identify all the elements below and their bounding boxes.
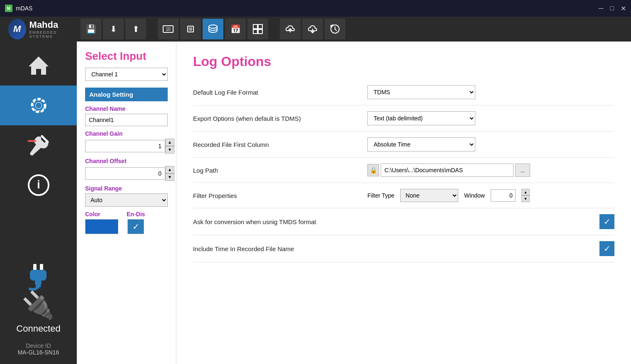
brand-name: Mahda [29,20,75,30]
cloud-download-button[interactable] [302,19,323,39]
log-path-input[interactable] [381,164,514,177]
channel-gain-input[interactable] [85,140,165,152]
export-options-control: Text (tab delimited) CSV Excel [367,111,614,125]
download-button[interactable]: ⬇ [103,19,124,39]
wrench-icon [26,133,51,158]
filter-type-select[interactable]: None Low Pass High Pass Band Pass [400,189,458,202]
window-up[interactable]: ▲ [521,189,530,195]
channel-select[interactable]: Channel 1 Channel 2 Channel 3 [85,68,168,81]
window-controls[interactable]: ─ □ ✕ [599,5,626,12]
endis-checkbox[interactable]: ✓ [127,219,144,234]
window-spinners: ▲ ▼ [521,189,530,202]
upload-button[interactable]: ⬆ [125,19,146,39]
sidebar-item-info[interactable]: i [0,165,77,205]
window-title: mDAS [16,5,32,12]
log-path-control: 🔒 ... [367,164,614,177]
ask-conversion-control: ✓ [367,214,614,229]
path-browse-button[interactable]: ... [515,164,530,177]
title-bar-left: M mDAS [5,5,32,12]
signal-range-label: Signal Range [85,185,168,192]
option-row-ask-conversion: Ask for conversion when usnig TMDS forma… [193,208,614,235]
grid-button[interactable] [247,19,268,39]
default-log-format-label: Default Log File Format [193,89,367,96]
sidebar-status: 🔌 Connected Device ID MA-GL16-SN16 [16,252,60,364]
save-button[interactable]: 💾 [81,19,101,39]
chip-button[interactable] [180,19,201,39]
channel-gain-spinners: ▲ ▼ [165,139,174,154]
option-row-recorded-first-col: Recorded File First Column Absolute Time… [193,132,614,158]
minimize-button[interactable]: ─ [599,5,603,12]
channel-gain-label: Channel Gain [85,130,168,137]
left-panel: Select Input Channel 1 Channel 2 Channel… [77,42,176,364]
window-down[interactable]: ▼ [521,195,530,202]
channel-gain-down[interactable]: ▼ [165,146,174,154]
channel-gain-row: ▲ ▼ [85,139,168,154]
channel-name-label: Channel Name [85,105,168,112]
option-row-log-path: Log Path 🔒 ... [193,158,614,183]
gear-icon [26,93,51,118]
sidebar-item-tools[interactable] [0,125,77,165]
home-icon [26,53,51,78]
sidebar-item-settings[interactable] [0,86,77,125]
endis-label: En-Dis [127,211,145,217]
app-icon: M [5,5,12,12]
device-id-value: MA-GL16-SN16 [18,349,59,356]
svg-point-15 [36,103,42,108]
window-label: Window [464,192,485,199]
svg-text:10: 10 [166,27,171,32]
filter-properties-control: Filter Type None Low Pass High Pass Band… [367,189,614,202]
calendar-button[interactable]: 📅 [225,19,246,39]
channel-offset-spinners: ▲ ▼ [165,166,174,181]
option-row-export-options: Export Options (when default is TDMS) Te… [193,105,614,132]
channel-gain-up[interactable]: ▲ [165,139,174,146]
svg-rect-21 [40,264,43,271]
filter-row: Filter Type None Low Pass High Pass Band… [367,189,530,202]
channel-offset-input[interactable] [85,167,165,180]
ask-conversion-checkbox[interactable]: ✓ [599,214,614,229]
include-time-checkbox[interactable]: ✓ [599,241,614,256]
channel-name-input[interactable] [85,114,168,126]
toolbar-logo: M Mahda EMBEDDED SYSTEMS [4,17,79,42]
title-bar: M mDAS ─ □ ✕ [0,0,631,17]
content: Select Input Channel 1 Channel 2 Channel… [77,42,631,364]
sidebar-item-home[interactable] [0,46,77,86]
color-swatch[interactable] [85,219,118,234]
svg-rect-8 [258,29,262,34]
default-log-format-select[interactable]: TDMS Text CSV [367,85,475,99]
device-id-label: Device ID [26,342,51,349]
include-time-label: Include Time In Recorded File Name [193,245,367,252]
endis-section: En-Dis ✓ [127,211,145,234]
option-row-filter-properties: Filter Properties Filter Type None Low P… [193,183,614,208]
svg-text:i: i [37,178,40,191]
analog-setting-header: Analog Setting [85,88,168,101]
io-button[interactable]: 10 [158,19,179,39]
right-panel: Log Options Default Log File Format TDMS… [176,42,631,364]
window-input[interactable] [491,189,516,202]
database-button[interactable] [203,19,223,39]
history-button[interactable] [325,19,345,39]
maximize-button[interactable]: □ [610,5,614,12]
close-button[interactable]: ✕ [621,5,626,12]
color-section: Color [85,211,118,234]
brand-sub: EMBEDDED SYSTEMS [29,30,75,39]
svg-rect-3 [189,27,192,31]
select-input-title: Select Input [85,50,168,63]
channel-offset-label: Channel Offset [85,158,168,164]
svg-marker-12 [29,56,49,75]
logo-icon: M [8,19,26,39]
recorded-first-col-control: Absolute Time Relative Time None [367,137,614,151]
recorded-first-col-select[interactable]: Absolute Time Relative Time None [367,137,475,151]
option-row-default-log-format: Default Log File Format TDMS Text CSV [193,79,614,105]
cloud-upload-button[interactable] [280,19,301,39]
info-icon: i [26,173,51,198]
svg-rect-22 [30,270,46,281]
logo-text: Mahda EMBEDDED SYSTEMS [29,20,75,39]
default-log-format-control: TDMS Text CSV [367,85,614,99]
color-label: Color [85,211,118,217]
channel-offset-down[interactable]: ▼ [165,173,174,181]
signal-range-select[interactable]: Auto Manual [85,193,168,207]
toolbar: M Mahda EMBEDDED SYSTEMS 💾 ⬇ ⬆ 10 📅 [0,17,631,42]
channel-offset-up[interactable]: ▲ [165,166,174,173]
option-row-include-time: Include Time In Recorded File Name ✓ [193,235,614,262]
export-options-select[interactable]: Text (tab delimited) CSV Excel [367,111,475,125]
